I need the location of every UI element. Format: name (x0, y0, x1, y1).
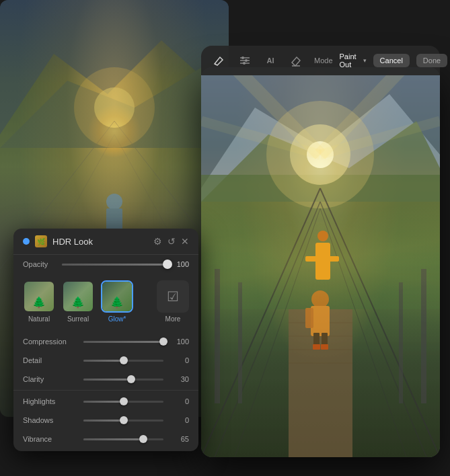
svg-point-15 (266, 101, 374, 208)
svg-point-17 (307, 141, 334, 168)
hdr-icon: 🌿 (35, 235, 47, 247)
svg-marker-12 (201, 67, 440, 188)
done-button[interactable]: Done (416, 54, 447, 67)
preset-natural-label: Natural (28, 315, 50, 323)
shadows-row: Shadows 0 (13, 411, 198, 430)
svg-point-49 (243, 62, 246, 65)
person-figure (315, 243, 330, 280)
preset-more[interactable]: ☑ More (157, 280, 189, 323)
vibrance-row: Vibrance 65 (13, 430, 198, 448)
preset-surreal[interactable]: 🌲 Surreal (62, 280, 94, 323)
svg-rect-11 (201, 67, 440, 202)
svg-point-47 (241, 56, 244, 59)
close-icon[interactable]: ✕ (181, 236, 189, 247)
chevron-down-icon[interactable]: ▾ (363, 57, 367, 64)
svg-rect-38 (311, 306, 330, 336)
svg-line-26 (235, 208, 320, 457)
svg-rect-29 (238, 282, 242, 403)
svg-marker-13 (201, 121, 440, 202)
tree-icon-3: 🌲 (110, 296, 124, 309)
svg-line-18 (235, 67, 320, 155)
clarity-handle[interactable] (127, 375, 135, 383)
clarity-slider[interactable] (83, 374, 163, 385)
panel-title: HDR Look (52, 237, 148, 247)
svg-rect-41 (322, 333, 328, 346)
compression-row: Compression 100 (13, 332, 198, 351)
preset-more-label: More (165, 315, 181, 323)
highlights-slider[interactable] (83, 396, 163, 407)
preset-glow[interactable]: 🌲 Glow* (101, 280, 133, 323)
svg-line-19 (320, 67, 403, 155)
preset-glow-label: Glow* (108, 315, 126, 323)
highlights-row: Highlights 0 (13, 392, 198, 411)
opacity-slider-fill (62, 264, 172, 266)
preset-natural-thumb: 🌲 (23, 280, 55, 313)
mode-value[interactable]: Paint Out (340, 52, 357, 69)
detail-slider[interactable] (83, 355, 163, 366)
preset-natural[interactable]: 🌲 Natural (23, 280, 55, 323)
clarity-row: Clarity 30 (13, 370, 198, 389)
opacity-row: Opacity 100 (13, 255, 198, 274)
svg-line-20 (320, 121, 440, 155)
clarity-value: 30 (170, 375, 189, 383)
compression-slider[interactable] (83, 336, 163, 347)
tree-icon: 🌲 (32, 296, 46, 309)
opacity-slider[interactable] (62, 264, 172, 266)
toolbar-right: Mode Paint Out ▾ Cancel Done (314, 52, 447, 69)
preset-surreal-label: Surreal (67, 315, 89, 323)
detail-label: Detail (23, 356, 77, 364)
svg-point-16 (290, 124, 350, 185)
svg-rect-43 (321, 344, 328, 350)
shadows-slider[interactable] (83, 415, 163, 426)
svg-rect-32 (289, 309, 352, 457)
highlights-label: Highlights (23, 397, 77, 405)
vibrance-slider[interactable] (83, 434, 163, 444)
hdr-panel: 🌿 HDR Look ⚙ ↺ ✕ Opacity 100 🌲 Natural 🌲 (13, 229, 198, 451)
ai-icon[interactable]: AI (263, 53, 278, 68)
svg-rect-42 (313, 344, 320, 350)
mode-label: Mode (314, 56, 333, 65)
compression-value: 100 (170, 338, 189, 346)
svg-point-48 (245, 59, 248, 62)
svg-rect-14 (201, 175, 440, 309)
more-icon-box: ☑ (157, 280, 189, 313)
vibrance-handle[interactable] (139, 435, 147, 443)
svg-point-37 (311, 290, 329, 308)
presets-row: 🌲 Natural 🌲 Surreal 🌲 Glow* ☑ More (13, 274, 198, 329)
vibrance-value: 65 (170, 435, 189, 443)
svg-line-22 (201, 188, 320, 457)
foreground-photo (201, 67, 440, 457)
opacity-slider-thumb[interactable] (163, 260, 172, 269)
toolbar: AI Mode Paint Out ▾ Cancel Done (201, 46, 440, 75)
clarity-label: Clarity (23, 375, 77, 383)
highlights-handle[interactable] (120, 397, 128, 405)
opacity-value: 100 (177, 260, 189, 268)
cancel-button[interactable]: Cancel (373, 54, 410, 67)
toolbar-icons: AI (212, 53, 303, 68)
svg-line-23 (320, 188, 440, 457)
shadows-value: 0 (170, 416, 189, 424)
reset-icon[interactable]: ↺ (167, 236, 176, 247)
vibrance-label: Vibrance (23, 435, 77, 443)
eraser-icon[interactable] (289, 53, 303, 68)
svg-point-3 (94, 87, 135, 128)
svg-rect-40 (313, 333, 320, 346)
sliders-icon[interactable] (237, 53, 252, 68)
panel-status-dot (23, 238, 30, 245)
shadows-handle[interactable] (120, 416, 128, 424)
detail-row: Detail 0 (13, 351, 198, 370)
checkmark-icon: ☑ (167, 288, 179, 305)
settings-icon[interactable]: ⚙ (153, 236, 162, 247)
highlights-value: 0 (170, 397, 189, 405)
sliders-section: Compression 100 Detail 0 Clarity (13, 329, 198, 451)
svg-line-27 (320, 208, 406, 457)
svg-rect-39 (305, 308, 313, 328)
compression-handle[interactable] (159, 338, 167, 346)
preset-surreal-thumb: 🌲 (62, 280, 94, 313)
svg-rect-31 (399, 282, 403, 403)
detail-handle[interactable] (120, 356, 128, 364)
brush-icon[interactable] (212, 53, 227, 68)
panel-header: 🌿 HDR Look ⚙ ↺ ✕ (13, 229, 198, 255)
divider-1 (13, 390, 198, 391)
preset-glow-thumb: 🌲 (101, 280, 133, 313)
